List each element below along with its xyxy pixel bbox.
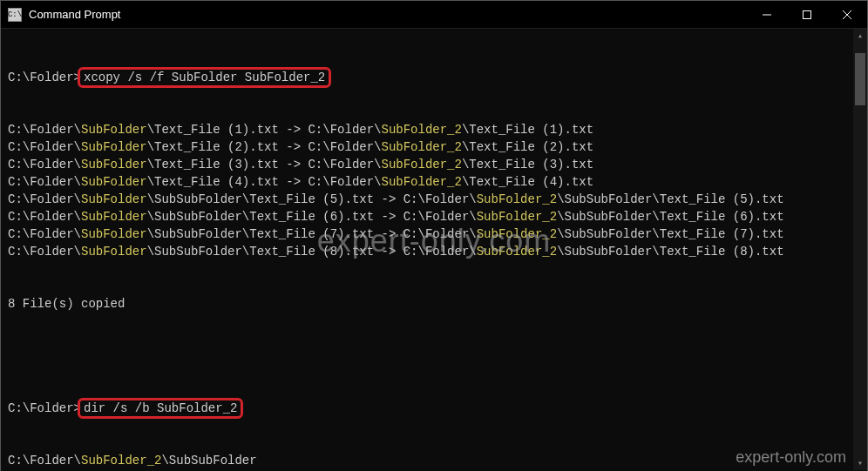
maximize-icon — [803, 10, 811, 19]
close-icon — [843, 10, 851, 19]
window-frame: C:\ Command Prompt C:\Folder>xcopy /s /f… — [0, 0, 868, 471]
titlebar[interactable]: C:\ Command Prompt — [1, 1, 867, 29]
command-2: dir /s /b SubFolder_2 — [84, 401, 237, 415]
command-1: xcopy /s /f SubFolder SubFolder_2 — [84, 71, 325, 84]
output-line: C:\Folder\SubFolder\SubSubFolder\Text_Fi… — [8, 243, 860, 260]
terminal-output[interactable]: C:\Folder>xcopy /s /f SubFolder SubFolde… — [1, 29, 867, 471]
xcopy-output: C:\Folder\SubFolder\Text_File (1).txt ->… — [8, 121, 860, 260]
prompt-path: C:\Folder> — [8, 71, 81, 84]
maximize-button[interactable] — [787, 1, 827, 29]
scroll-down-arrow-icon[interactable]: ▾ — [853, 456, 867, 470]
output-line: C:\Folder\SubFolder_2\SubSubFolder — [8, 452, 860, 469]
output-line: C:\Folder\SubFolder\SubSubFolder\Text_Fi… — [8, 208, 860, 225]
svg-rect-1 — [804, 10, 811, 18]
output-line: C:\Folder\SubFolder\Text_File (1).txt ->… — [8, 121, 860, 138]
output-line: C:\Folder\SubFolder\Text_File (4).txt ->… — [8, 173, 860, 191]
scroll-up-arrow-icon[interactable]: ▴ — [853, 29, 867, 43]
minimize-button[interactable] — [747, 1, 787, 29]
scroll-thumb[interactable] — [855, 53, 865, 105]
window-title: Command Prompt — [29, 8, 747, 21]
dir-output: C:\Folder\SubFolder_2\SubSubFolderC:\Fol… — [8, 452, 860, 471]
output-line: C:\Folder\SubFolder\SubSubFolder\Text_Fi… — [8, 225, 860, 243]
scroll-track[interactable] — [853, 43, 867, 456]
output-line: C:\Folder\SubFolder\SubSubFolder\Text_Fi… — [8, 191, 860, 208]
vertical-scrollbar[interactable]: ▴ ▾ — [853, 29, 867, 470]
close-button[interactable] — [827, 1, 867, 29]
highlight-cmd-2: dir /s /b SubFolder_2 — [78, 398, 243, 419]
prompt-line-1: C:\Folder>xcopy /s /f SubFolder SubFolde… — [8, 69, 860, 86]
window-controls — [747, 1, 867, 29]
cmd-icon: C:\ — [8, 8, 22, 22]
prompt-line-2: C:\Folder>dir /s /b SubFolder_2 — [8, 400, 860, 417]
output-line: C:\Folder\SubFolder\Text_File (2).txt ->… — [8, 138, 860, 156]
highlight-cmd-1: xcopy /s /f SubFolder SubFolder_2 — [78, 67, 331, 88]
copy-summary: 8 File(s) copied — [8, 295, 860, 313]
prompt-path: C:\Folder> — [8, 401, 81, 415]
output-line: C:\Folder\SubFolder\Text_File (3).txt ->… — [8, 156, 860, 173]
blank-line — [8, 347, 860, 365]
minimize-icon — [763, 10, 771, 19]
